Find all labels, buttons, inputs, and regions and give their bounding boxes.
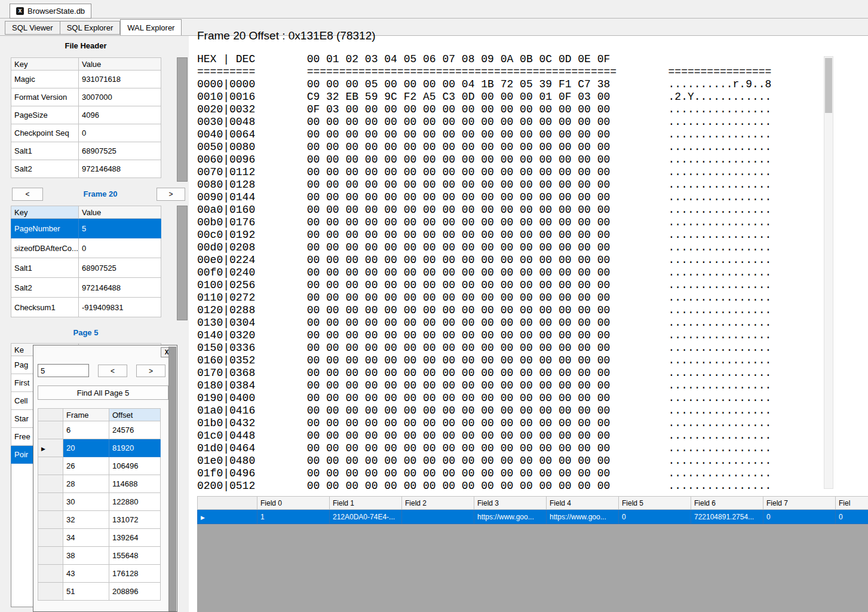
record-cell[interactable]: 1 bbox=[257, 510, 330, 524]
key-cell[interactable]: PageSize bbox=[11, 106, 79, 124]
tab-sql-viewer[interactable]: SQL Viewer bbox=[5, 21, 60, 35]
frame-cell[interactable]: 26 bbox=[63, 457, 109, 475]
page-number-input[interactable] bbox=[38, 364, 89, 377]
key-cell[interactable]: Magic bbox=[11, 71, 79, 88]
row-header-cell[interactable] bbox=[38, 475, 63, 493]
frame-cell[interactable]: 6 bbox=[63, 421, 109, 439]
record-cell[interactable]: 722104891.2754... bbox=[691, 510, 763, 524]
tab-sql-explorer[interactable]: SQL Explorer bbox=[60, 21, 121, 35]
value-cell[interactable]: 931071618 bbox=[79, 71, 161, 88]
value-cell[interactable]: 68907525 bbox=[79, 258, 161, 278]
table-row: 43176128 bbox=[38, 565, 161, 583]
key-cell[interactable]: Salt2 bbox=[11, 278, 79, 298]
value-cell[interactable]: 0 bbox=[79, 124, 161, 142]
record-cell[interactable]: https://www.goo... bbox=[547, 510, 619, 524]
column-header-key[interactable]: Key bbox=[11, 58, 79, 71]
app-window: x BrowserState.db SQL Viewer SQL Explore… bbox=[0, 0, 868, 612]
offset-cell[interactable]: 139264 bbox=[109, 529, 161, 547]
value-cell[interactable]: 4096 bbox=[79, 106, 161, 124]
column-header-field1[interactable]: Field 1 bbox=[330, 497, 402, 510]
row-header-cell[interactable] bbox=[38, 583, 63, 601]
record-cell[interactable]: 0 bbox=[619, 510, 691, 524]
frame-cell[interactable]: 38 bbox=[63, 547, 109, 565]
key-cell[interactable]: Salt1 bbox=[11, 142, 79, 160]
offset-cell[interactable]: 131072 bbox=[109, 511, 161, 529]
record-cell[interactable] bbox=[402, 510, 474, 524]
column-header-value[interactable]: Value bbox=[79, 58, 161, 71]
frame-cell[interactable]: 51 bbox=[63, 583, 109, 601]
offset-cell[interactable]: 24576 bbox=[109, 421, 161, 439]
record-cell[interactable]: 0 bbox=[836, 510, 868, 524]
row-header-cell[interactable] bbox=[38, 547, 63, 565]
record-cell[interactable]: https://www.goo... bbox=[474, 510, 547, 524]
table-row: Format Version3007000 bbox=[11, 88, 161, 106]
value-cell[interactable]: -919409831 bbox=[79, 298, 161, 317]
key-cell[interactable]: Salt1 bbox=[11, 258, 79, 278]
prev-result-button[interactable]: < bbox=[98, 365, 127, 377]
key-cell[interactable]: Salt2 bbox=[11, 160, 79, 178]
tab-wal-explorer[interactable]: WAL Explorer bbox=[120, 19, 182, 35]
value-cell[interactable]: 5 bbox=[79, 219, 161, 238]
record-grid-area: Field 0 Field 1 Field 2 Field 3 Field 4 … bbox=[197, 496, 868, 612]
frame-cell[interactable]: 28 bbox=[63, 475, 109, 493]
offset-cell[interactable]: 208896 bbox=[109, 583, 161, 601]
frame-cell[interactable]: 34 bbox=[63, 529, 109, 547]
value-cell[interactable]: 972146488 bbox=[79, 278, 161, 298]
key-cell[interactable]: Checksum1 bbox=[11, 298, 79, 317]
frame-cell[interactable]: 30 bbox=[63, 493, 109, 511]
offset-cell[interactable]: 106496 bbox=[109, 457, 161, 475]
value-cell[interactable]: 0 bbox=[79, 238, 161, 258]
key-cell[interactable]: PageNumber bbox=[11, 219, 79, 238]
frame-cell[interactable]: 32 bbox=[63, 511, 109, 529]
scrollbar-thumb[interactable] bbox=[825, 58, 832, 113]
row-header-cell[interactable]: ▶ bbox=[38, 439, 63, 457]
dialog-scrollbar[interactable] bbox=[168, 347, 176, 611]
record-row-selected: ▶ 1 212A0DA0-74E4-... https://www.goo...… bbox=[198, 510, 868, 524]
close-icon[interactable]: x bbox=[16, 7, 24, 15]
column-header-key[interactable]: Key bbox=[11, 206, 79, 219]
column-header-field3[interactable]: Field 3 bbox=[474, 497, 547, 510]
frame-table-scrollbar[interactable] bbox=[177, 206, 188, 320]
table-row: 34139264 bbox=[38, 529, 161, 547]
column-header-value[interactable]: Value bbox=[79, 206, 161, 219]
next-result-button[interactable]: > bbox=[136, 365, 165, 377]
row-header-cell[interactable] bbox=[38, 493, 63, 511]
frame-table: Key Value PageNumber5 sizeofDBAfterCo...… bbox=[11, 206, 161, 317]
offset-cell[interactable]: 81920 bbox=[109, 439, 161, 457]
column-header-field7[interactable]: Field 7 bbox=[763, 497, 836, 510]
row-header-cell[interactable]: ▶ bbox=[198, 510, 257, 524]
column-header-field4[interactable]: Field 4 bbox=[547, 497, 619, 510]
value-cell[interactable]: 3007000 bbox=[79, 88, 161, 106]
column-header-field8[interactable]: Fiel bbox=[836, 497, 868, 510]
prev-frame-button[interactable]: < bbox=[12, 188, 43, 201]
row-header-cell[interactable] bbox=[38, 529, 63, 547]
find-all-page-button[interactable]: Find All Page 5 bbox=[38, 385, 168, 400]
column-header-field0[interactable]: Field 0 bbox=[257, 497, 330, 510]
offset-cell[interactable]: 122880 bbox=[109, 493, 161, 511]
column-header-frame[interactable]: Frame bbox=[63, 409, 109, 421]
row-header-cell[interactable] bbox=[38, 421, 63, 439]
value-cell[interactable]: 972146488 bbox=[79, 160, 161, 178]
row-header-cell[interactable] bbox=[38, 511, 63, 529]
frame-cell[interactable]: 20 bbox=[63, 439, 109, 457]
key-cell[interactable]: sizeofDBAfterCo... bbox=[11, 238, 79, 258]
offset-cell[interactable]: 176128 bbox=[109, 565, 161, 583]
document-tab[interactable]: x BrowserState.db bbox=[10, 4, 91, 19]
column-header-field5[interactable]: Field 5 bbox=[619, 497, 691, 510]
offset-cell[interactable]: 155648 bbox=[109, 547, 161, 565]
offset-cell[interactable]: 114688 bbox=[109, 475, 161, 493]
hex-scrollbar[interactable] bbox=[824, 56, 833, 489]
key-cell[interactable]: Format Version bbox=[11, 88, 79, 106]
value-cell[interactable]: 68907525 bbox=[79, 142, 161, 160]
column-header-field6[interactable]: Field 6 bbox=[691, 497, 763, 510]
record-cell[interactable]: 0 bbox=[763, 510, 836, 524]
file-header-scrollbar[interactable] bbox=[177, 57, 188, 182]
frame-cell[interactable]: 43 bbox=[63, 565, 109, 583]
key-cell[interactable]: Checkpoint Seq bbox=[11, 124, 79, 142]
next-frame-button[interactable]: > bbox=[157, 188, 185, 201]
row-header-cell[interactable] bbox=[38, 457, 63, 475]
column-header-offset[interactable]: Offset bbox=[109, 409, 161, 421]
row-header-cell[interactable] bbox=[38, 565, 63, 583]
column-header-field2[interactable]: Field 2 bbox=[402, 497, 474, 510]
record-cell[interactable]: 212A0DA0-74E4-... bbox=[330, 510, 402, 524]
